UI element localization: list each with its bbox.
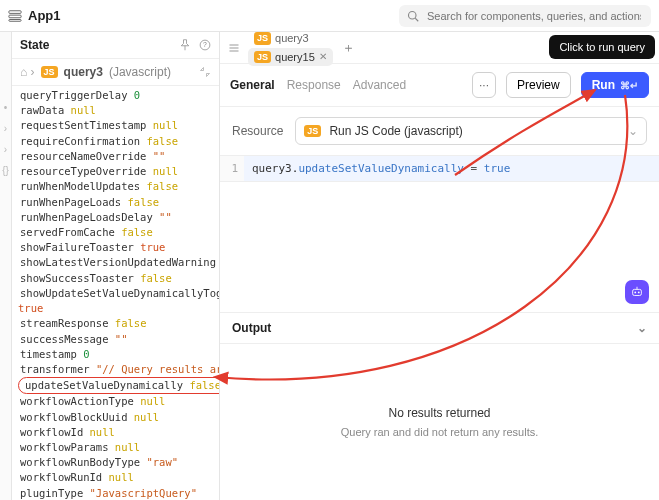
state-panel-title: State <box>20 38 49 52</box>
state-breadcrumb[interactable]: ⌂ › JS query3 (Javascript) <box>12 59 219 86</box>
svg-rect-0 <box>9 10 21 13</box>
subtab-advanced[interactable]: Advanced <box>353 78 406 92</box>
state-panel-header: State ? <box>12 32 219 59</box>
state-property-row[interactable]: workflowParams null <box>18 440 219 455</box>
rail-icon[interactable]: › <box>4 123 7 134</box>
code-property: updateSetValueDynamically <box>298 162 464 175</box>
output-empty-title: No results returned <box>388 406 490 420</box>
state-property-list: queryTriggerDelay 0rawData nullrequestSe… <box>12 86 219 500</box>
editor-subtabs: General Response Advanced <box>230 78 406 92</box>
global-search-input[interactable] <box>425 9 643 23</box>
state-property-row[interactable]: pluginType "JavascriptQuery" <box>18 486 219 500</box>
resource-select-value: Run JS Code (javascript) <box>329 124 462 138</box>
code-value: true <box>484 162 511 175</box>
output-header[interactable]: Output ⌄ <box>220 312 659 344</box>
js-badge-icon: JS <box>254 51 271 64</box>
svg-rect-7 <box>633 289 642 295</box>
state-property-row[interactable]: workflowBlockUuid null <box>18 410 219 425</box>
state-property-row[interactable]: successMessage "" <box>18 332 219 347</box>
js-badge-icon: JS <box>41 66 58 79</box>
svg-point-9 <box>638 292 640 294</box>
code-line[interactable]: query3.updateSetValueDynamically = true <box>244 156 659 181</box>
output-header-label: Output <box>232 321 271 335</box>
run-button-label: Run <box>592 78 615 92</box>
js-badge-icon: JS <box>254 32 271 45</box>
js-badge-icon: JS <box>304 125 321 138</box>
run-button-shortcut: ⌘↵ <box>620 80 638 91</box>
ai-assist-button[interactable] <box>625 280 649 304</box>
chevron-down-icon[interactable]: ⌄ <box>637 321 647 335</box>
svg-rect-1 <box>9 15 21 18</box>
search-icon <box>407 10 419 22</box>
rail-icon[interactable]: • <box>4 102 8 113</box>
code-object: query3 <box>252 162 292 175</box>
state-property-row[interactable]: true <box>18 301 219 316</box>
state-property-row[interactable]: resourceNameOverride "" <box>18 149 219 164</box>
info-icon[interactable]: ? <box>199 39 211 51</box>
state-property-row[interactable]: streamResponse false <box>18 316 219 331</box>
state-property-row[interactable]: workflowRunBodyType "raw" <box>18 455 219 470</box>
left-icon-rail: • › › {} <box>0 32 12 500</box>
state-property-row[interactable]: timestamp 0 <box>18 347 219 362</box>
app-title: App1 <box>28 8 61 23</box>
more-menu-button[interactable]: ··· <box>472 72 496 98</box>
close-icon[interactable]: ✕ <box>319 51 327 62</box>
state-crumb-type: (Javascript) <box>109 65 171 79</box>
state-property-row[interactable]: runWhenPageLoads false <box>18 195 219 210</box>
resource-label: Resource <box>232 124 283 138</box>
state-crumb-name: query3 <box>64 65 103 79</box>
rail-icon[interactable]: › <box>4 144 7 155</box>
svg-line-4 <box>415 18 418 21</box>
state-property-row[interactable]: requireConfirmation false <box>18 134 219 149</box>
state-property-row[interactable]: runWhenModelUpdates false <box>18 179 219 194</box>
state-property-row[interactable]: resourceTypeOverride null <box>18 164 219 179</box>
app-bar: App1 <box>0 0 659 32</box>
state-property-row[interactable]: showUpdateSetValueDynamicallyToggle <box>18 286 219 301</box>
state-property-row[interactable]: runWhenPageLoadsDelay "" <box>18 210 219 225</box>
list-icon[interactable] <box>8 9 22 23</box>
chevron-down-icon: ⌄ <box>628 124 638 138</box>
global-search[interactable] <box>399 5 651 27</box>
state-property-row[interactable]: workflowRunId null <box>18 470 219 485</box>
rail-icon[interactable]: {} <box>2 165 9 176</box>
preview-button[interactable]: Preview <box>506 72 571 98</box>
state-property-row[interactable]: workflowId null <box>18 425 219 440</box>
state-property-row[interactable]: updateSetValueDynamically false <box>18 377 219 394</box>
subtab-response[interactable]: Response <box>287 78 341 92</box>
run-tooltip: Click to run query <box>549 35 655 59</box>
add-tab-button[interactable]: ＋ <box>337 37 360 59</box>
state-property-row[interactable]: servedFromCache false <box>18 225 219 240</box>
run-button[interactable]: Run ⌘↵ <box>581 72 649 98</box>
state-panel: State ? ⌂ › JS query3 (Javascript) query… <box>12 32 220 500</box>
state-property-row[interactable]: showLatestVersionUpdatedWarning f… <box>18 255 219 270</box>
editor-tab-label: query3 <box>275 32 309 44</box>
expand-icon[interactable] <box>199 66 211 78</box>
code-editor[interactable]: 1 query3.updateSetValueDynamically = tru… <box>220 156 659 182</box>
subtab-general[interactable]: General <box>230 78 275 92</box>
editor-tab[interactable]: JSquery3 <box>248 29 333 48</box>
state-property-row[interactable]: showSuccessToaster false <box>18 271 219 286</box>
query-editor: JSquery3JSquery15✕ ＋ Click to run query … <box>220 32 659 500</box>
home-icon: ⌂ › <box>20 65 35 79</box>
svg-point-3 <box>409 11 417 19</box>
editor-toolbar: General Response Advanced ··· Preview Ru… <box>220 64 659 107</box>
state-property-row[interactable]: transformer "// Query results ar… <box>18 362 219 377</box>
output-body: No results returned Query ran and did no… <box>220 344 659 500</box>
svg-point-8 <box>634 292 636 294</box>
editor-tab-label: query15 <box>275 51 315 63</box>
state-property-row[interactable]: rawData null <box>18 103 219 118</box>
output-empty-sub: Query ran and did not return any results… <box>341 426 539 438</box>
resource-select[interactable]: JS Run JS Code (javascript) ⌄ <box>295 117 647 145</box>
svg-text:?: ? <box>203 41 207 48</box>
state-property-row[interactable]: showFailureToaster true <box>18 240 219 255</box>
hamburger-icon[interactable] <box>228 42 240 54</box>
code-editor-body[interactable] <box>220 182 659 312</box>
pin-icon[interactable] <box>179 39 191 51</box>
state-property-row[interactable]: queryTriggerDelay 0 <box>18 88 219 103</box>
svg-rect-2 <box>9 19 21 21</box>
state-property-row[interactable]: workflowActionType null <box>18 394 219 409</box>
state-property-row[interactable]: requestSentTimestamp null <box>18 118 219 133</box>
code-operator: = <box>464 162 484 175</box>
code-gutter: 1 <box>220 156 244 181</box>
resource-row: Resource JS Run JS Code (javascript) ⌄ <box>220 107 659 156</box>
